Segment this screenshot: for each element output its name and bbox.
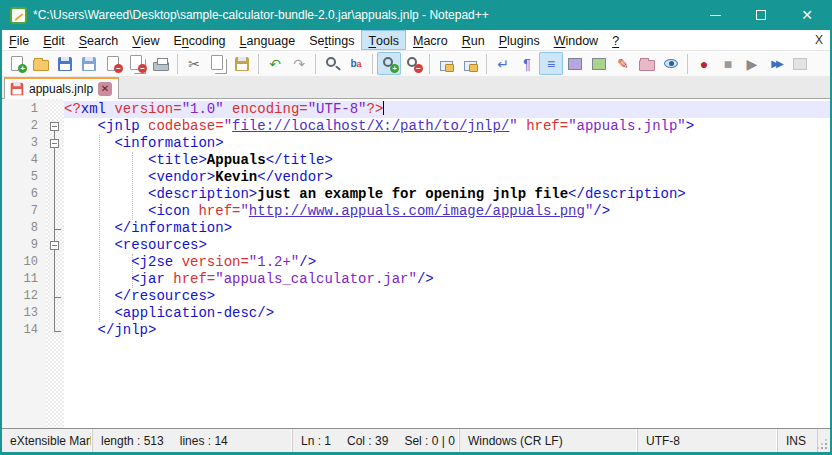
- macro-play-icon[interactable]: ▶: [740, 52, 764, 75]
- redo-icon[interactable]: ↷: [287, 52, 311, 75]
- token-attr: version=: [114, 101, 181, 117]
- fold-collapse-box[interactable]: [50, 122, 59, 131]
- undo-icon[interactable]: ↶: [263, 52, 287, 75]
- menu-close-document-button[interactable]: X: [808, 30, 830, 50]
- code-line-12[interactable]: </resources>: [64, 288, 830, 305]
- maximize-button[interactable]: [738, 0, 784, 30]
- code-line-3[interactable]: <information>: [64, 135, 830, 152]
- status-eol-format[interactable]: Windows (CR LF): [459, 429, 637, 452]
- token-tag: <resources>: [114, 237, 206, 253]
- menu-item-window[interactable]: Window: [547, 30, 605, 50]
- editor: 1234567891011121314 <?xml version="1.0" …: [2, 99, 830, 429]
- status-typing-mode[interactable]: INS: [777, 429, 817, 452]
- folder-as-workspace-icon[interactable]: [635, 52, 659, 75]
- token-plain: [518, 118, 526, 134]
- show-all-characters-icon[interactable]: ¶: [515, 52, 539, 75]
- title-bar: *C:\Users\Wareed\Desktop\sample-calculat…: [2, 0, 830, 30]
- code-line-10[interactable]: <j2se version="1.2+"/>: [64, 254, 830, 271]
- sync-horizontal-scroll-icon[interactable]: [458, 52, 482, 75]
- menu-spacer: [626, 30, 808, 50]
- document-monitor-icon[interactable]: [659, 52, 683, 75]
- menu-item-language[interactable]: Language: [233, 30, 303, 50]
- open-file-icon[interactable]: [29, 52, 53, 75]
- code-line-14[interactable]: </jnlp>: [64, 322, 830, 339]
- print-icon[interactable]: [149, 52, 173, 75]
- macro-save-icon[interactable]: [788, 52, 812, 75]
- close-all-icon[interactable]: −: [125, 52, 149, 75]
- word-wrap-icon[interactable]: ↵: [491, 52, 515, 75]
- close-button[interactable]: ✕: [784, 0, 830, 30]
- zoom-out-icon[interactable]: −: [401, 52, 425, 75]
- menu-item-plugins[interactable]: Plugins: [492, 30, 547, 50]
- find-icon[interactable]: [320, 52, 344, 75]
- macro-editor-icon[interactable]: ✎: [611, 52, 635, 75]
- macro-record-icon[interactable]: ●: [692, 52, 716, 75]
- code-line-7[interactable]: <icon href="http://www.appuals.com/image…: [64, 203, 830, 220]
- code-line-13[interactable]: <application-desc/>: [64, 305, 830, 322]
- save-all-icon[interactable]: [77, 52, 101, 75]
- hyperlink-text: http://www.appuals.com/image/appuals.png: [249, 203, 585, 219]
- fold-margin[interactable]: [46, 99, 64, 428]
- save-icon[interactable]: [53, 52, 77, 75]
- show-indent-guide-icon[interactable]: ≡: [539, 52, 563, 75]
- close-icon[interactable]: −: [101, 52, 125, 75]
- menu-item-edit[interactable]: Edit: [36, 30, 72, 50]
- new-file-icon[interactable]: +: [5, 52, 29, 75]
- token-str: "1.2+": [249, 254, 299, 270]
- status-encoding[interactable]: UTF-8: [637, 429, 777, 452]
- line-number: 10: [2, 254, 38, 271]
- menu-item-view[interactable]: View: [125, 30, 166, 50]
- token-attr: version=: [182, 254, 249, 270]
- menu-item-settings[interactable]: Settings: [302, 30, 361, 50]
- token-attr: encoding=: [232, 101, 308, 117]
- minimize-icon: [710, 15, 721, 16]
- token-str: "1.0": [182, 101, 224, 117]
- replace-icon[interactable]: ba: [344, 52, 368, 75]
- token-tag: <icon: [148, 203, 190, 219]
- code-line-4[interactable]: <title>Appuals</title>: [64, 152, 830, 169]
- code-line-2[interactable]: <jnlp codebase="file://localhost/X:/path…: [64, 118, 830, 135]
- token-decl: <?: [64, 101, 81, 117]
- token-attr: href=: [198, 203, 240, 219]
- menu-item-file[interactable]: File: [2, 30, 36, 50]
- code-line-11[interactable]: <jar href="appuals_calculator.jar"/>: [64, 271, 830, 288]
- code-line-8[interactable]: </information>: [64, 220, 830, 237]
- token-tag: <vendor>: [148, 169, 215, 185]
- menu-item-tools[interactable]: Tools: [361, 30, 406, 50]
- unsaved-file-icon: [11, 83, 24, 96]
- zoom-in-icon[interactable]: +: [377, 52, 401, 75]
- fold-collapse-box[interactable]: [50, 241, 59, 250]
- copy-icon[interactable]: [206, 52, 230, 75]
- line-number: 5: [2, 169, 38, 186]
- macro-stop-icon[interactable]: ■: [716, 52, 740, 75]
- tab-appuals.jnlp[interactable]: appuals.jnlp✕: [4, 77, 119, 99]
- code-line-1[interactable]: <?xml version="1.0" encoding="UTF-8"?>: [64, 101, 830, 118]
- token-tag: </title>: [266, 152, 333, 168]
- code-line-6[interactable]: <description>just an example for opening…: [64, 186, 830, 203]
- menu-item-encoding[interactable]: Encoding: [166, 30, 232, 50]
- token-tag: <application-desc/>: [114, 305, 274, 321]
- token-str: "appuals_calculator.jar": [215, 271, 417, 287]
- cut-icon[interactable]: ✂: [182, 52, 206, 75]
- token-plain: [224, 101, 232, 117]
- function-list-icon[interactable]: [587, 52, 611, 75]
- menu-item-run[interactable]: Run: [455, 30, 492, 50]
- macro-run-multiple-icon[interactable]: ▶▶: [764, 52, 788, 75]
- status-sel: Sel : 0 | 0: [404, 434, 454, 448]
- code-line-9[interactable]: <resources>: [64, 237, 830, 254]
- minimize-button[interactable]: [692, 0, 738, 30]
- sync-vertical-scroll-icon[interactable]: [434, 52, 458, 75]
- token-plain: [173, 254, 181, 270]
- menu-item-search[interactable]: Search: [72, 30, 126, 50]
- token-tag: </information>: [114, 220, 232, 236]
- fold-collapse-box[interactable]: [50, 139, 59, 148]
- resize-grip[interactable]: [817, 429, 830, 452]
- document-map-icon[interactable]: [563, 52, 587, 75]
- line-number: 8: [2, 220, 38, 237]
- menu-item-macro[interactable]: Macro: [406, 30, 455, 50]
- code-area[interactable]: <?xml version="1.0" encoding="UTF-8"?> <…: [64, 99, 830, 428]
- menu-item-help[interactable]: ?: [605, 30, 626, 50]
- tab-close-icon[interactable]: ✕: [98, 82, 112, 96]
- code-line-5[interactable]: <vendor>Kevin</vendor>: [64, 169, 830, 186]
- paste-icon[interactable]: [230, 52, 254, 75]
